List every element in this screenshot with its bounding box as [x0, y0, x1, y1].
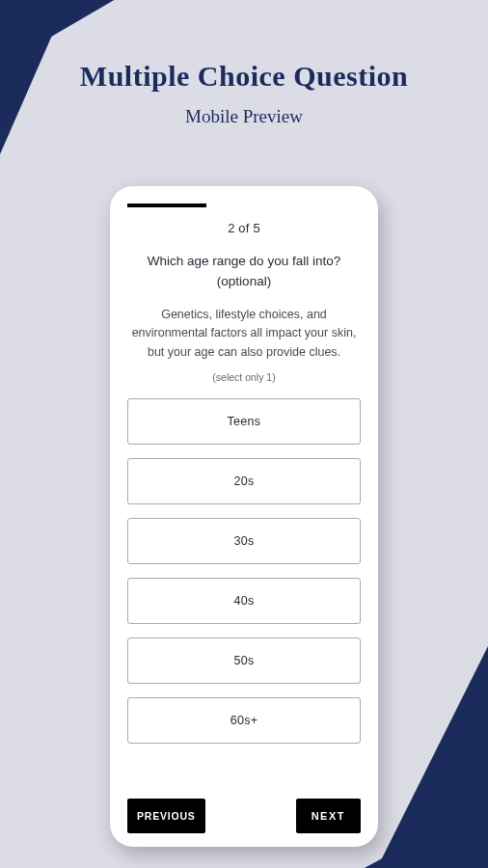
- option-50s[interactable]: 50s: [127, 637, 361, 684]
- next-button[interactable]: NEXT: [296, 799, 361, 833]
- page-header: Multiple Choice Question Mobile Preview: [0, 0, 488, 127]
- previous-button[interactable]: PREVIOUS: [127, 799, 205, 833]
- page-subtitle: Mobile Preview: [0, 106, 488, 127]
- options-list: Teens 20s 30s 40s 50s 60s+: [127, 398, 361, 783]
- option-teens[interactable]: Teens: [127, 398, 361, 445]
- option-60s-plus[interactable]: 60s+: [127, 697, 361, 744]
- navigation-row: PREVIOUS NEXT: [127, 799, 361, 833]
- select-hint: (select only 1): [127, 371, 361, 383]
- option-20s[interactable]: 20s: [127, 458, 361, 504]
- question-description: Genetics, lifestyle choices, and environ…: [127, 306, 361, 362]
- progress-bar: [127, 203, 206, 207]
- page-title: Multiple Choice Question: [0, 60, 488, 93]
- question-text: Which age range do you fall into? (optio…: [127, 252, 361, 292]
- step-counter: 2 of 5: [127, 221, 361, 235]
- option-40s[interactable]: 40s: [127, 578, 361, 624]
- decorative-triangle-bottom-right: [377, 646, 488, 868]
- mobile-preview-frame: 2 of 5 Which age range do you fall into?…: [110, 186, 378, 847]
- option-30s[interactable]: 30s: [127, 518, 361, 564]
